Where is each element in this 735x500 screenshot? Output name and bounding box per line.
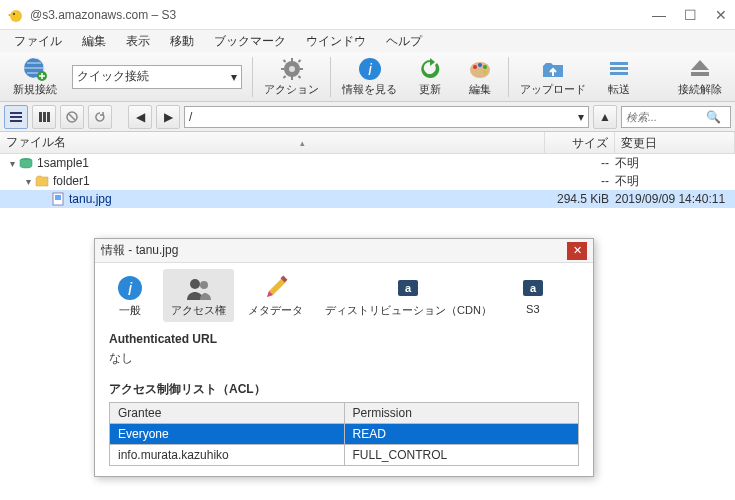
nav-back-button[interactable]: ◀ (128, 105, 152, 129)
action-button[interactable]: アクション (257, 54, 326, 100)
file-date: 不明 (615, 155, 735, 172)
file-row[interactable]: ▾folder1--不明 (0, 172, 735, 190)
acl-grantee: Everyone (110, 424, 345, 445)
menu-go[interactable]: 移動 (162, 31, 202, 52)
dialog-title: 情報 - tanu.jpg (101, 242, 178, 259)
file-size: -- (545, 174, 615, 188)
auth-url-label: Authenticated URL (109, 332, 579, 346)
aws-box-icon: a (393, 273, 423, 303)
svg-rect-26 (10, 116, 22, 118)
file-size: -- (545, 156, 615, 170)
file-icon (50, 191, 66, 207)
menu-file[interactable]: ファイル (6, 31, 70, 52)
svg-point-38 (190, 279, 200, 289)
svg-point-39 (200, 281, 208, 289)
acl-header-grantee[interactable]: Grantee (110, 403, 345, 424)
svg-point-5 (289, 66, 295, 72)
search-field[interactable]: 🔍 (621, 106, 731, 128)
dialog-close-button[interactable]: ✕ (567, 242, 587, 260)
edit-button[interactable]: 編集 (456, 54, 504, 100)
view-list-button[interactable] (4, 105, 28, 129)
menubar: ファイル 編集 表示 移動 ブックマーク ウインドウ ヘルプ (0, 30, 735, 52)
file-date: 2019/09/09 14:40:11 (615, 192, 735, 206)
chevron-down-icon: ▾ (231, 70, 237, 84)
svg-text:a: a (530, 282, 537, 294)
tab-metadata[interactable]: メタデータ (240, 269, 311, 322)
tree-expander[interactable]: ▾ (6, 158, 18, 169)
quick-connect-combo[interactable]: クイック接続 ▾ (72, 65, 242, 89)
info-dialog: 情報 - tanu.jpg ✕ i 一般 アクセス権 メタデータ a ディストリ… (94, 238, 594, 477)
tree-expander[interactable]: ▾ (22, 176, 34, 187)
svg-line-32 (69, 114, 75, 120)
svg-rect-10 (282, 59, 286, 63)
svg-rect-12 (282, 75, 286, 79)
acl-permission: FULL_CONTROL (344, 445, 579, 466)
refresh-button[interactable]: 更新 (406, 54, 454, 100)
nav-forward-button[interactable]: ▶ (156, 105, 180, 129)
gear-icon (279, 56, 305, 82)
minimize-button[interactable]: — (652, 7, 666, 23)
info-icon: i (357, 56, 383, 82)
disconnect-button[interactable]: 接続解除 (671, 54, 729, 100)
acl-label: アクセス制御リスト（ACL） (109, 381, 579, 398)
tab-s3[interactable]: a S3 (506, 269, 560, 322)
path-combo[interactable]: / ▾ (184, 106, 589, 128)
svg-rect-6 (291, 58, 293, 62)
svg-rect-25 (10, 112, 22, 114)
column-header-name[interactable]: ファイル名 ▴ (0, 132, 545, 153)
chevron-down-icon: ▾ (578, 110, 584, 124)
svg-point-1 (13, 13, 15, 15)
svg-rect-23 (610, 72, 628, 75)
file-name: folder1 (53, 174, 545, 188)
nav-up-button[interactable]: ▲ (593, 105, 617, 129)
svg-rect-9 (299, 68, 303, 70)
close-button[interactable]: ✕ (715, 7, 727, 23)
upload-button[interactable]: アップロード (513, 54, 593, 100)
view-column-button[interactable] (32, 105, 56, 129)
acl-grantee: info.murata.kazuhiko (110, 445, 345, 466)
menu-window[interactable]: ウインドウ (298, 31, 374, 52)
svg-rect-7 (291, 76, 293, 80)
column-header-size[interactable]: サイズ (545, 132, 615, 153)
svg-point-18 (478, 63, 482, 67)
globe-plus-icon (22, 56, 48, 82)
menu-help[interactable]: ヘルプ (378, 31, 430, 52)
svg-rect-24 (691, 72, 709, 76)
transfer-button[interactable]: 転送 (595, 54, 643, 100)
svg-point-20 (483, 70, 487, 74)
tab-general[interactable]: i 一般 (103, 269, 157, 322)
svg-rect-35 (55, 195, 61, 200)
search-input[interactable] (626, 111, 706, 123)
acl-row[interactable]: EveryoneREAD (110, 424, 579, 445)
svg-rect-13 (297, 75, 301, 79)
sort-indicator-icon: ▴ (300, 138, 305, 148)
column-header-date[interactable]: 変更日 (615, 132, 735, 153)
svg-rect-21 (610, 62, 628, 65)
maximize-button[interactable]: ☐ (684, 7, 697, 23)
file-row[interactable]: tanu.jpg294.5 KiB2019/09/09 14:40:11 (0, 190, 735, 208)
svg-rect-30 (47, 112, 50, 122)
nav-reload-button[interactable] (88, 105, 112, 129)
app-icon (8, 7, 24, 23)
menu-bookmark[interactable]: ブックマーク (206, 31, 294, 52)
menu-view[interactable]: 表示 (118, 31, 158, 52)
folder-icon (34, 173, 50, 189)
info-button[interactable]: i 情報を見る (335, 54, 404, 100)
svg-text:a: a (405, 282, 412, 294)
file-size: 294.5 KiB (545, 192, 615, 206)
new-connection-button[interactable]: 新規接続 (6, 54, 64, 100)
acl-header-permission[interactable]: Permission (344, 403, 579, 424)
file-row[interactable]: ▾1sample1--不明 (0, 154, 735, 172)
svg-rect-11 (297, 59, 301, 63)
bucket-icon (18, 155, 34, 171)
acl-row[interactable]: info.murata.kazuhikoFULL_CONTROL (110, 445, 579, 466)
file-name: tanu.jpg (69, 192, 545, 206)
tab-permissions[interactable]: アクセス権 (163, 269, 234, 322)
svg-text:i: i (368, 61, 372, 78)
nav-stop-button[interactable] (60, 105, 84, 129)
menu-edit[interactable]: 編集 (74, 31, 114, 52)
tab-distribution[interactable]: a ディストリビューション（CDN） (317, 269, 500, 322)
acl-table: Grantee Permission EveryoneREADinfo.mura… (109, 402, 579, 466)
upload-icon (540, 56, 566, 82)
aws-box-icon: a (518, 273, 548, 303)
